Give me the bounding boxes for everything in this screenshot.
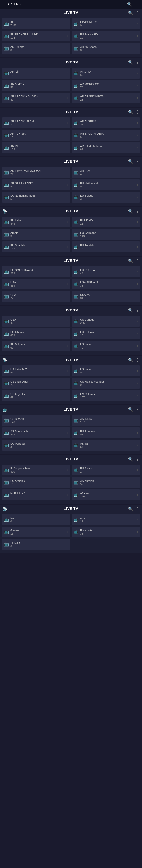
channel-eu-spanish[interactable]: 📺 EU Spanish 122 › [2, 241, 70, 252]
more-icon-s4[interactable]: ⋮ [136, 159, 140, 164]
channel-tesore[interactable]: 📺 TESORE 6 › [2, 539, 70, 550]
channel-eu-bulgaria[interactable]: 📺 EU Bulgaria 69 › [2, 341, 70, 351]
channel-eu-netherland-h265[interactable]: 📺 EU Netherland H265 53 › [2, 192, 70, 203]
tv-icon: 📺 [4, 517, 9, 522]
tv-icon: 📺 [4, 319, 9, 323]
channel-as-india[interactable]: 📺 AS INDIA 187 › [72, 415, 140, 426]
tv-icon: 📺 [4, 443, 9, 447]
channel-as-kurdish[interactable]: 📺 AS Kurdish 52 › [72, 477, 140, 488]
chevron-icon: › [67, 195, 68, 199]
channel-eu-italian[interactable]: 📺 EU Italian 445 › [2, 217, 70, 227]
more-icon-s2[interactable]: ⋮ [136, 60, 140, 65]
more-icon-s1[interactable]: ⋮ [136, 10, 140, 15]
more-icon[interactable]: ⋮ [135, 2, 139, 7]
channel-us-mexico-ecuador[interactable]: 📺 US Mexico-ecuador 98 › [72, 378, 140, 389]
channel-radio[interactable]: 📺 radio 11 › [72, 514, 140, 525]
more-icon-s11[interactable]: ⋮ [136, 506, 140, 511]
channel-eu-turkish[interactable]: 📺 EU Turkish 237 › [72, 241, 140, 252]
chevron-icon: › [67, 270, 68, 273]
channel-eu-romania[interactable]: 📺 EU Romania 51 › [72, 427, 140, 438]
channel-usa-l[interactable]: 📺 USA L 77 › [2, 291, 70, 302]
more-icon-s9[interactable]: ⋮ [136, 407, 140, 412]
channel-nati[interactable]: 📺 Nati 0 › [2, 514, 70, 525]
channel-arabic[interactable]: 📺 Arabic 3 › [2, 229, 70, 240]
channel-us-latino[interactable]: 📺 US Latino 707 › [72, 341, 140, 351]
channel-us-argentine[interactable]: 📺 US Argentine 49 › [2, 390, 70, 401]
search-icon-s4[interactable]: 🔍 [128, 159, 133, 164]
search-icon-s5[interactable]: 🔍 [128, 209, 133, 214]
search-icon-s2[interactable]: 🔍 [128, 60, 133, 65]
channel-eu-france-full-hd[interactable]: 📺 EU FRANCE FULL HD 124 › [2, 31, 70, 41]
top-bar: ☰ ARTERS 🔍 ⋮ [0, 0, 142, 9]
channel-us-latin-247[interactable]: 📺 US Latin 24/7 52 › [2, 365, 70, 376]
section-usa2: LIVE TV 🔍 ⋮ 📺 USA 42 › 📺 US Canada 236 [0, 306, 142, 355]
channel-favourites[interactable]: 📺 FAVOURITES 0 › [72, 18, 140, 29]
channel-ar-4k-sports[interactable]: 📺 AR 4K Sports 8 › [72, 43, 140, 54]
channel-as-iran[interactable]: 📺 AS Iran 64 › [72, 440, 140, 451]
channel-ar-gulf[interactable]: 📺 AR GULF ARABIC 55 › [2, 179, 70, 190]
channel-us-canada[interactable]: 📺 US Canada 236 › [72, 316, 140, 327]
channel-ar-alq[interactable]: 📺 AR الق 10 › [2, 68, 70, 79]
more-icon-s6[interactable]: ⋮ [136, 258, 140, 263]
channel-ar-tunisia[interactable]: 📺 AR TUNISIA 14 › [2, 130, 70, 141]
search-icon-s1[interactable]: 🔍 [128, 10, 133, 15]
channel-ar-libya[interactable]: 📺 AR LIBYA/ MALI/SUDAN 21 › [2, 167, 70, 178]
channel-us-colombia[interactable]: 📺 US Colombia 167 › [72, 390, 140, 401]
more-icon-s10[interactable]: ⋮ [136, 457, 140, 462]
channel-ar-arabic-hd[interactable]: 📺 AR ARABIC HD 1080p 42 › [2, 93, 70, 103]
more-icon-s8[interactable]: ⋮ [136, 358, 140, 362]
search-icon-s8[interactable]: 🔍 [128, 358, 133, 362]
channel-eu-swiss[interactable]: 📺 EU Swiss 1 › [72, 465, 140, 475]
channel-eu-albanian[interactable]: 📺 EU Albanian 669 › [2, 328, 70, 339]
channel-let-full-hd[interactable]: 📺 let FULL HD 1 › [2, 489, 70, 500]
channel-eu-scandinavia[interactable]: 📺 EU SCANDINAVIA 229 › [2, 266, 70, 277]
channel-all[interactable]: 📺 ALL 7466 › [2, 18, 70, 29]
chevron-icon: › [137, 381, 138, 385]
more-icon-s3[interactable]: ⋮ [136, 110, 140, 114]
channel-ar-arabic-islam[interactable]: 📺 AR ARABIC ISLAM 24 › [2, 117, 70, 128]
search-icon-s10[interactable]: 🔍 [128, 457, 133, 462]
channel-af1-hd[interactable]: 📺 AF 1 HD 59 › [72, 68, 140, 79]
channel-usa-2[interactable]: 📺 USA 42 › [2, 316, 70, 327]
channel-african[interactable]: 📺 African 248 › [72, 489, 140, 500]
channel-ar-myhu[interactable]: 📺 AR & MYhu 51 › [2, 80, 70, 91]
channel-ar-saudi[interactable]: 📺 AR SAUDI ARABIA 55 › [72, 130, 140, 141]
channel-us-latin-other[interactable]: 📺 US Latin Other 76 › [2, 378, 70, 389]
channel-ar-sports[interactable]: 📺 AR 18ports 85 › [2, 43, 70, 54]
channel-ar-iraq[interactable]: 📺 AR IRAQ 46 › [72, 167, 140, 178]
channel-ar-morocco[interactable]: 📺 AR MOROCCO 78 › [72, 80, 140, 91]
channel-eu-netherland[interactable]: 📺 EU Netherland 96 › [72, 179, 140, 190]
channel-eu-portugal[interactable]: 📺 EU Portugal 381 › [2, 440, 70, 451]
channel-ar-algeria[interactable]: 📺 AR ALGERIA 37 › [72, 117, 140, 128]
search-icon-s6[interactable]: 🔍 [128, 258, 133, 263]
channel-ex-yugoslavians[interactable]: 📺 Ex Yugoslavians 320 › [2, 465, 70, 475]
channel-eu-belgue[interactable]: 📺 EU Belgue 36 › [72, 192, 140, 203]
channel-us-brazil[interactable]: 📺 US BRAZIL 128 › [2, 415, 70, 426]
channel-usa-signals[interactable]: 📺 USA SIGNALS 38 › [72, 279, 140, 289]
more-icon-s5[interactable]: ⋮ [136, 209, 140, 214]
search-icon-s11[interactable]: 🔍 [128, 506, 133, 511]
channel-eu-france-hd[interactable]: 📺 EU France HD 197 › [72, 31, 140, 41]
channel-eu-polonia[interactable]: 📺 EU Polonia 101 › [72, 328, 140, 339]
channel-ar-pt[interactable]: 📺 AR PT 103 › [2, 142, 70, 153]
section-us-latin: 📡 LIVE TV 🔍 ⋮ 📺 US Latin 24/7 52 › 📺 US … [0, 356, 142, 404]
channel-as-south-india[interactable]: 📺 AS South India 325 › [2, 427, 70, 438]
channel-general[interactable]: 📺 General 16 › [2, 527, 70, 537]
channel-usa-1[interactable]: 📺 USA 459 › [2, 279, 70, 289]
channel-us-latin[interactable]: 📺 US Latin 55 › [72, 365, 140, 376]
channel-ar-arabic-news[interactable]: 📺 AR ARABIC NEWS 23 › [72, 93, 140, 103]
channel-eu-russia[interactable]: 📺 EU RUSSIA 44 › [72, 266, 140, 277]
channel-eu-armenia[interactable]: 📺 EU Armenia 16 › [2, 477, 70, 488]
channel-for-adults[interactable]: 📺 For adults 38 › [72, 527, 140, 537]
channel-ar-bilad[interactable]: 📺 AR Bilad el-Cham 67 › [72, 142, 140, 153]
search-icon[interactable]: 🔍 [127, 2, 132, 7]
search-icon-s3[interactable]: 🔍 [128, 110, 133, 114]
more-icon-s7[interactable]: ⋮ [136, 308, 140, 313]
channel-eu-germany[interactable]: 📺 EU Germany 143 › [72, 229, 140, 240]
search-icon-s9[interactable]: 🔍 [128, 407, 133, 412]
channel-usa-247[interactable]: 📺 USA 24/7 81 › [72, 291, 140, 302]
channel-el-uk-hd[interactable]: 📺 EL UK HD 117 › [72, 217, 140, 227]
chevron-icon: › [137, 34, 138, 38]
search-icon-s7[interactable]: 🔍 [128, 308, 133, 313]
chevron-icon: › [67, 22, 68, 25]
